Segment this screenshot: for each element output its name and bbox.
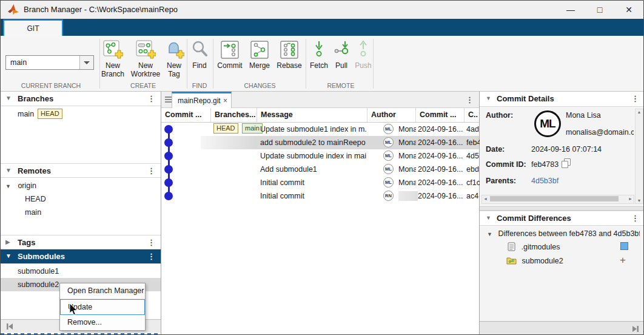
submodule-item-1[interactable]: submodule1	[1, 265, 161, 278]
section-tags-header[interactable]: ▶ Tags ⋮	[1, 235, 161, 249]
new-branch-button[interactable]: New Branch	[98, 39, 127, 78]
diff-file-name: submodule2	[522, 257, 563, 265]
commit-row[interactable]: HEAD main Update submodule1 index in m..…	[161, 123, 479, 136]
commit-id: ebd	[466, 163, 480, 176]
combo-dropdown-icon[interactable]	[79, 56, 93, 69]
collapse-panel-right-icon[interactable]	[631, 325, 640, 333]
author-email: monalisa@domain.com	[566, 128, 634, 137]
scroll-left-icon[interactable]: ◄	[483, 197, 488, 201]
collapsed-triangle-icon[interactable]: ▶	[5, 239, 10, 245]
section-remotes-header[interactable]: ▼ Remotes ⋮	[1, 163, 161, 178]
col-commit-graph[interactable]: Commit ...	[161, 108, 211, 122]
horizontal-scrollbar[interactable]: ◄ ►	[481, 195, 634, 204]
close-button[interactable]: ✕	[615, 1, 643, 19]
branch-item-main[interactable]: mainHEAD	[18, 107, 62, 121]
commit-date: 2024-09-16...	[418, 163, 463, 176]
commit-date: 2024-09-16...	[418, 176, 463, 189]
fetch-button[interactable]: Fetch	[307, 39, 330, 70]
maximize-button[interactable]: □	[586, 1, 614, 19]
tab-close-icon[interactable]: ×	[223, 96, 227, 105]
scroll-up-icon[interactable]: ▲	[636, 110, 643, 114]
scroll-right-icon[interactable]: ►	[628, 197, 632, 201]
diff-file-submodule2[interactable]: submodule2	[506, 255, 563, 267]
file-icon	[508, 242, 515, 251]
minimize-button[interactable]: —	[557, 1, 585, 19]
commit-button[interactable]: Commit	[215, 39, 244, 70]
expand-triangle-icon[interactable]: ▼	[5, 183, 11, 189]
push-button[interactable]: Push	[353, 39, 374, 70]
differences-group-row[interactable]: ▼ Differences between feb4783 and 4d5b3b…	[487, 228, 640, 240]
new-worktree-button[interactable]: New Worktree	[129, 39, 163, 78]
added-status-icon: +	[620, 255, 626, 265]
right-bottom-scroll-strip[interactable]	[480, 321, 644, 335]
commit-date-value: 2024-09-16 07:07:14	[531, 145, 602, 154]
copy-icon[interactable]	[562, 158, 570, 168]
scrollbar-thumb[interactable]	[490, 196, 619, 201]
remote-item-head[interactable]: HEAD	[25, 192, 46, 206]
pull-button[interactable]: Pull	[332, 39, 351, 70]
collapse-triangle-icon[interactable]: ▼	[5, 252, 12, 259]
commit-row[interactable]: Add submodule1 ML Mona Lisa 2024-09-16..…	[161, 163, 479, 176]
collapse-triangle-icon[interactable]: ▼	[5, 167, 12, 174]
commit-details-menu-icon[interactable]: ⋮	[631, 94, 639, 103]
diff-file-name: .gitmodules	[521, 243, 560, 251]
commit-author: Mona Lisa	[398, 149, 416, 163]
menu-item-remove[interactable]: Remove...	[60, 315, 145, 330]
find-button[interactable]: Find	[188, 39, 211, 70]
col-author[interactable]: Author	[367, 108, 416, 122]
mouse-cursor	[69, 303, 79, 316]
commit-id-label: Commit ID:	[486, 160, 526, 169]
new-tag-button[interactable]: New Tag	[163, 39, 186, 78]
pull-label: Pull	[335, 61, 347, 70]
current-branch-value: main	[10, 58, 27, 67]
commit-row[interactable]: Initial commit ML Mona Lisa 2024-09-16..…	[161, 176, 479, 189]
origin-label: origin	[18, 181, 36, 190]
collapse-triangle-icon[interactable]: ▼	[5, 95, 12, 101]
commit-differences-menu-icon[interactable]: ⋮	[631, 214, 639, 223]
col-message[interactable]: Message	[257, 108, 367, 122]
commit-row-selected[interactable]: add submodule2 to mainReepo ML Mona Lisa…	[161, 136, 479, 149]
remote-item-origin[interactable]: ▼ origin	[5, 179, 36, 192]
diff-file-gitmodules[interactable]: .gitmodules	[508, 241, 560, 253]
section-label-find: FIND	[188, 82, 211, 89]
date-label: Date:	[486, 145, 505, 154]
tags-menu-icon[interactable]: ⋮	[147, 238, 155, 247]
fetch-label: Fetch	[310, 61, 328, 70]
merge-icon	[249, 39, 270, 60]
commit-row[interactable]: Initial commit RN 2024-09-16... ac4	[161, 189, 479, 203]
remotes-menu-icon[interactable]: ⋮	[147, 166, 155, 175]
commit-details-title: Commit Details	[497, 94, 554, 103]
col-commit-id[interactable]: C..	[465, 108, 480, 122]
collapse-triangle-icon[interactable]: ▼	[486, 215, 491, 221]
rebase-button[interactable]: Rebase	[275, 39, 304, 70]
merge-button[interactable]: Merge	[246, 39, 273, 70]
scroll-down-icon[interactable]: ▼	[636, 198, 643, 203]
remote-item-main[interactable]: main	[25, 206, 41, 219]
document-menu-icon[interactable]: ⋮	[466, 95, 474, 104]
avatar: ML	[383, 177, 394, 188]
commit-details-header[interactable]: ▼ Commit Details ⋮	[480, 92, 644, 107]
current-branch-combo[interactable]: main	[5, 55, 94, 70]
panel-divider[interactable]	[480, 206, 644, 211]
menu-item-open-branch-manager[interactable]: Open Branch Manager	[60, 283, 145, 299]
vertical-scrollbar[interactable]: ▲ ▼	[635, 109, 643, 204]
section-submodules-header[interactable]: ▼ Submodules ⋮	[1, 249, 161, 264]
submodules-menu-icon[interactable]: ⋮	[147, 252, 155, 261]
commit-differences-header[interactable]: ▼ Commit Differences ⋮	[480, 211, 644, 226]
commit-message: Add submodule1	[260, 163, 367, 176]
collapse-triangle-icon[interactable]: ▼	[486, 95, 491, 101]
tab-mainrepo[interactable]: mainRepo.git ×	[172, 92, 232, 108]
collapse-panel-left-icon[interactable]	[5, 322, 14, 331]
expand-triangle-icon[interactable]: ▼	[487, 231, 492, 237]
document-list-icon[interactable]	[165, 96, 172, 103]
col-branches[interactable]: Branches...	[211, 108, 257, 122]
branches-menu-icon[interactable]: ⋮	[147, 94, 155, 103]
col-commit-date[interactable]: Commit ...	[416, 108, 465, 122]
ribbon-tab-strip: GIT ?	[1, 19, 643, 36]
document-tab-bar: mainRepo.git × ⋮	[161, 92, 479, 108]
commit-date: 2024-09-16...	[418, 123, 463, 136]
commit-row[interactable]: Update submodule index in mai... ML Mona…	[161, 149, 479, 163]
tab-git[interactable]: GIT	[3, 19, 63, 36]
parent-commit-link[interactable]: 4d5b3bf	[531, 177, 558, 185]
section-branches-header[interactable]: ▼ Branches ⋮	[1, 92, 161, 106]
